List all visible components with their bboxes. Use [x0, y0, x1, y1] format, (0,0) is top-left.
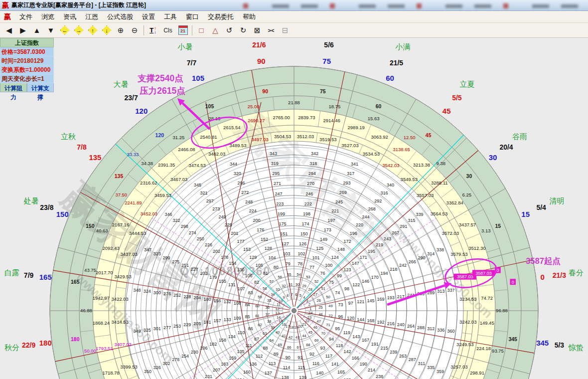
outer-degree-label: 180: [39, 339, 52, 347]
calendar-date-label: 7/9: [24, 271, 34, 279]
wheel-number: 151: [280, 231, 288, 236]
price-outer-ring-label: 74.72: [481, 295, 493, 301]
wheel-number: 230: [191, 350, 198, 355]
percent-ring-extra-label: 33.33: [127, 152, 139, 157]
menu-item-设置[interactable]: 设置: [138, 11, 159, 22]
price-inner-ring-label: 3234.53: [459, 296, 476, 302]
wheel-number: 53: [306, 275, 310, 279]
price-outer-ring-label: 3512.30: [468, 245, 485, 251]
wheel-number: 98: [344, 286, 349, 291]
clear-screen-icon[interactable]: ⊟: [279, 24, 292, 37]
wheel-number: 89: [274, 352, 279, 357]
wheel-number: 80: [274, 265, 279, 270]
calendar-day: 21: [179, 28, 187, 34]
pan-right-icon[interactable]: →: [72, 24, 85, 37]
wheel-number: 76: [320, 271, 325, 276]
wheel-number: 348: [134, 288, 141, 293]
pan-left-icon[interactable]: ←: [58, 24, 71, 37]
wheel-number: 85: [245, 314, 250, 319]
wheel-number: 360: [447, 329, 454, 334]
wheel-number: 42: [289, 335, 293, 340]
price-inner-ring-label: 3467.03: [170, 177, 187, 182]
percent-ring-label: 40.63: [96, 228, 108, 233]
price-inner-ring-label: 3482.03: [208, 151, 225, 157]
solar-term-label: 惊蛰: [568, 343, 584, 352]
solar-term-label: 处暑: [23, 196, 38, 205]
pan-down-icon[interactable]: ↓: [100, 24, 113, 37]
wheel-number: 220: [356, 222, 363, 227]
calendar-date-label: 21/5: [390, 59, 403, 67]
wheel-number: 227: [191, 267, 198, 272]
index-info-panel: 上证指数 价格=3587.0300时间=20180129变换系数=1.00000…: [0, 38, 54, 92]
wheel-number: 200: [253, 218, 261, 223]
degrees-ring-label: 135: [115, 173, 124, 179]
pan-down-icon-glyph: ↓: [102, 25, 112, 35]
menu-item-江恩[interactable]: 江恩: [81, 11, 103, 22]
wheel-number: 126: [299, 241, 306, 246]
price-inner-ring-label: 3534.53: [363, 151, 380, 157]
outer-degree-label: 150: [56, 210, 69, 218]
wheel-number: 124: [331, 255, 339, 260]
degrees-ring-label: 120: [155, 132, 164, 138]
calendar-icon[interactable]: 21: [176, 24, 189, 37]
cls-button[interactable]: Cls: [160, 24, 175, 37]
wheel-number: 166: [352, 356, 359, 361]
menu-item-浏览[interactable]: 浏览: [37, 11, 59, 22]
menu-item-工具[interactable]: 工具: [159, 11, 181, 22]
pan-up-icon[interactable]: ↑: [86, 24, 99, 37]
wheel-number: 134: [228, 334, 236, 339]
wheel-number: 128: [265, 246, 272, 251]
menu-bar: 赢 文件浏览资讯江恩公式选股设置工具窗口交易委托帮助: [0, 11, 588, 23]
menu-item-窗口[interactable]: 窗口: [181, 11, 203, 22]
nav-down-icon[interactable]: ▼: [44, 24, 57, 37]
price-outer-ring-label: 3362.84: [446, 200, 463, 205]
wheel-number: 268: [368, 206, 376, 211]
gann-wheel-canvas[interactable]: 赢家财富网赢家财富网www.yingjia360.comwww.yingjia3…: [0, 0, 588, 379]
wheel-number: 176: [257, 227, 264, 232]
rotate-ccw-icon[interactable]: ↺: [223, 24, 236, 37]
wheel-number: 83: [248, 290, 253, 295]
nav-right-icon[interactable]: ▶: [16, 24, 29, 37]
menu-item-交易委托[interactable]: 交易委托: [203, 11, 238, 22]
wheel-number: 337: [447, 288, 454, 293]
price-outer-ring-label: 2167.16: [112, 222, 129, 227]
menu-item-文件[interactable]: 文件: [15, 11, 37, 22]
wheel-number: 5: [299, 293, 301, 298]
wheel-number: 287: [409, 357, 416, 362]
wheel-number: 26: [317, 298, 321, 303]
menu-item-帮助[interactable]: 帮助: [238, 11, 260, 22]
zoom-out-icon[interactable]: ⊖: [128, 24, 141, 37]
wheel-number: 193: [387, 295, 395, 300]
wheel-number: 79: [286, 261, 291, 266]
wheel-number: 100: [325, 263, 332, 268]
panel-button-计算阻力[interactable]: 计算阻力: [0, 83, 27, 92]
nav-up-icon[interactable]: ▲: [30, 24, 43, 37]
percent-ring-label: 34.38: [141, 161, 153, 166]
wheel-number: 43: [295, 335, 299, 340]
wheel-number: 74: [335, 290, 340, 295]
calendar-date-label: 21/3: [553, 271, 566, 279]
wheel-number: 38: [267, 319, 271, 324]
application-window: 赢家财富网赢家财富网www.yingjia360.comwww.yingjia3…: [0, 0, 588, 379]
wheel-number: 103: [283, 251, 291, 256]
triangle-tool-icon[interactable]: △: [209, 24, 222, 37]
box-x-icon[interactable]: ⊠: [251, 24, 264, 37]
wheel-number: 326: [153, 365, 161, 370]
zoom-in-icon[interactable]: ⊕: [114, 24, 127, 37]
menu-item-公式选股[interactable]: 公式选股: [103, 11, 138, 22]
price-inner-ring-label: 3452.03: [141, 211, 157, 216]
time-sort-icon[interactable]: T↑↓: [147, 24, 159, 37]
wheel-number: 110: [238, 330, 245, 335]
wheel-number: 24: [308, 311, 312, 315]
price-outer-ring-label: 2615.54: [223, 125, 240, 130]
converge-icon[interactable]: ><: [265, 24, 278, 37]
wheel-number: 247: [275, 191, 283, 196]
panel-button-计算支撑[interactable]: 计算支撑: [27, 83, 54, 92]
wheel-number: 335: [427, 365, 435, 370]
square-tool-icon[interactable]: □: [195, 24, 208, 37]
rotate-cw-icon[interactable]: ↻: [237, 24, 250, 37]
price-outer-ring-label: 2690.27: [248, 118, 265, 123]
outer-degree-label: 60: [386, 74, 394, 82]
menu-item-资讯[interactable]: 资讯: [59, 11, 81, 22]
nav-left-icon[interactable]: ◀: [2, 24, 15, 37]
